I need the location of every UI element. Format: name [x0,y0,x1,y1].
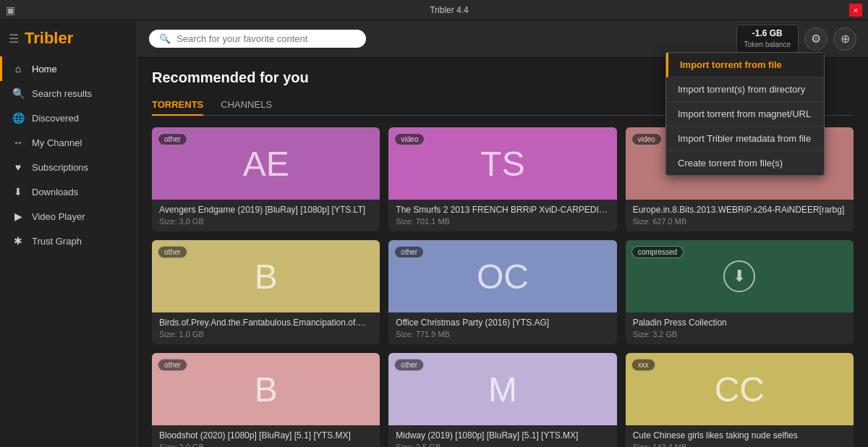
card-badge: other [394,359,424,371]
token-amount: -1.6 GB [744,28,791,40]
logo: Tribler [25,29,73,48]
search-bar-icon: 🔍 [159,33,171,44]
card-thumbnail: other B [152,353,380,425]
card-initials: TS [480,144,524,184]
settings-button[interactable]: ⚙ [804,27,827,51]
card-info: Paladin Press Collection Size: 3.2 GB [626,312,854,344]
sidebar-item-videoplayer[interactable]: ▶ Video Player [0,204,137,229]
card-info: Bloodshot (2020) [1080p] [BluRay] [5.1] … [152,425,380,447]
home-icon: ⌂ [12,63,25,74]
sidebar-label-trustgraph: Trust Graph [32,236,82,247]
sidebar: ☰ Tribler ⌂ Home 🔍 Search results 🌐 Disc… [0,20,137,447]
card-badge: video [394,133,425,145]
sidebar-item-downloads[interactable]: ⬇ Downloads [0,179,137,204]
title-bar-left: ▣ [6,4,49,16]
app-icon: ▣ [6,4,15,16]
card-initials: OC [477,257,529,297]
sidebar-header: ☰ Tribler [0,23,137,56]
card-badge: compressed [631,246,684,258]
sidebar-label-videoplayer: Video Player [32,211,85,222]
dropdown-item-import-dir[interactable]: Import torrent(s) from directory [666,77,824,102]
card-title: Cute Chinese girls likes taking nude sel… [633,430,846,440]
card-size: Size: 143.4 MB [633,443,846,447]
card-badge: other [158,359,187,371]
card-initials: AE [243,144,289,184]
card-title: Birds.of.Prey.And.the.Fantabulous.Emanci… [159,318,373,328]
play-icon: ▶ [12,210,25,222]
card-badge: other [158,246,187,258]
sidebar-item-trustgraph[interactable]: ✱ Trust Graph [0,229,137,253]
card-thumbnail: other M [388,353,616,425]
dropdown-item-import-magnet[interactable]: Import torrent from magnet/URL [666,102,824,127]
card-thumbnail: xxx CC [626,353,854,425]
card-c8[interactable]: other M Midway (2019) [1080p] [BluRay] [… [388,353,616,447]
card-info: Office Christmas Party (2016) [YTS.AG] S… [388,312,616,344]
card-thumbnail: other B [152,240,380,312]
title-bar-title: Tribler 4.4 [49,5,849,15]
sidebar-label-home: Home [32,64,57,74]
card-initials: CC [715,370,765,409]
hamburger-icon[interactable]: ☰ [9,32,19,46]
sidebar-label-subscriptions: Subscriptions [32,162,88,173]
card-c7[interactable]: other B Bloodshot (2020) [1080p] [BluRay… [152,353,380,447]
card-title: Midway (2019) [1080p] [BluRay] [5.1] [YT… [396,430,609,440]
card-info: Birds.of.Prey.And.the.Fantabulous.Emanci… [152,312,380,344]
card-initials: B [255,370,278,409]
card-c6[interactable]: compressed ⬇ Paladin Press Collection Si… [626,240,854,344]
card-initials: M [488,370,517,409]
card-info: Avengers Endgame (2019) [BluRay] [1080p]… [152,200,380,231]
sidebar-label-downloads: Downloads [32,187,78,197]
card-info: Midway (2019) [1080p] [BluRay] [5.1] [YT… [388,425,616,447]
channel-icon: ↔ [12,137,25,148]
card-initials: B [255,257,278,297]
card-size: Size: 3.0 GB [159,217,373,226]
dropdown-item-import-metadata[interactable]: Import Tribler metadata from file [666,127,824,151]
heart-icon: ♥ [12,161,25,173]
card-size: Size: 1.0 GB [159,330,373,339]
card-thumbnail: video TS [388,127,616,200]
sidebar-item-discovered[interactable]: 🌐 Discovered [0,106,137,130]
card-size: Size: 2.5 GB [396,443,609,447]
card-c9[interactable]: xxx CC Cute Chinese girls likes taking n… [626,353,854,447]
card-thumbnail: compressed ⬇ [626,240,854,312]
card-size: Size: 2.0 GB [159,443,373,447]
card-badge: xxx [631,359,655,371]
card-title: Paladin Press Collection [633,318,846,328]
sidebar-item-mychannel[interactable]: ↔ My Channel [0,130,137,155]
card-thumbnail: other OC [388,240,616,312]
sidebar-item-home[interactable]: ⌂ Home [0,56,137,81]
card-size: Size: 771.9 MB [396,330,609,339]
close-button[interactable]: × [849,4,862,17]
tab-channels[interactable]: CHANNELS [221,95,272,116]
card-info: Europe.in.8.Bits.2013.WEBRiP.x264-RAiNDE… [626,200,854,231]
sidebar-item-search[interactable]: 🔍 Search results [0,81,137,106]
add-button[interactable]: ⊕ [833,27,856,51]
token-balance: -1.6 GB Token balance [736,25,799,53]
card-c1[interactable]: other AE Avengers Endgame (2019) [BluRay… [152,127,380,231]
tab-torrents[interactable]: TORRENTS [152,95,203,116]
card-size: Size: 3.2 GB [633,330,846,339]
download-icon: ⬇ [12,186,25,197]
search-bar[interactable]: 🔍 [149,30,366,48]
sidebar-label-mychannel: My Channel [32,137,82,148]
graph-icon: ✱ [12,235,25,247]
search-input[interactable] [176,33,356,44]
card-thumbnail: other AE [152,127,380,200]
dropdown-item-import-file[interactable]: Import torrent from file [666,53,824,77]
header-right: -1.6 GB Token balance ⚙ ⊕ [736,25,857,53]
card-title: Avengers Endgame (2019) [BluRay] [1080p]… [159,205,373,215]
card-info: The Smurfs 2 2013 FRENCH BRRiP XviD-CARP… [388,200,616,231]
card-c5[interactable]: other OC Office Christmas Party (2016) [… [388,240,616,344]
card-c2[interactable]: video TS The Smurfs 2 2013 FRENCH BRRiP … [388,127,616,231]
card-badge: video [631,133,662,145]
card-size: Size: 627.0 MB [633,217,846,226]
card-c4[interactable]: other B Birds.of.Prey.And.the.Fantabulou… [152,240,380,344]
sidebar-label-search: Search results [32,88,92,99]
title-bar: ▣ Tribler 4.4 × [0,0,868,20]
card-info: Cute Chinese girls likes taking nude sel… [626,425,854,447]
token-label: Token balance [744,40,791,49]
card-title: Bloodshot (2020) [1080p] [BluRay] [5.1] … [159,430,373,440]
card-title: Europe.in.8.Bits.2013.WEBRiP.x264-RAiNDE… [633,205,846,215]
dropdown-item-create-torrent[interactable]: Create torrent from file(s) [666,151,824,175]
sidebar-item-subscriptions[interactable]: ♥ Subscriptions [0,155,137,179]
